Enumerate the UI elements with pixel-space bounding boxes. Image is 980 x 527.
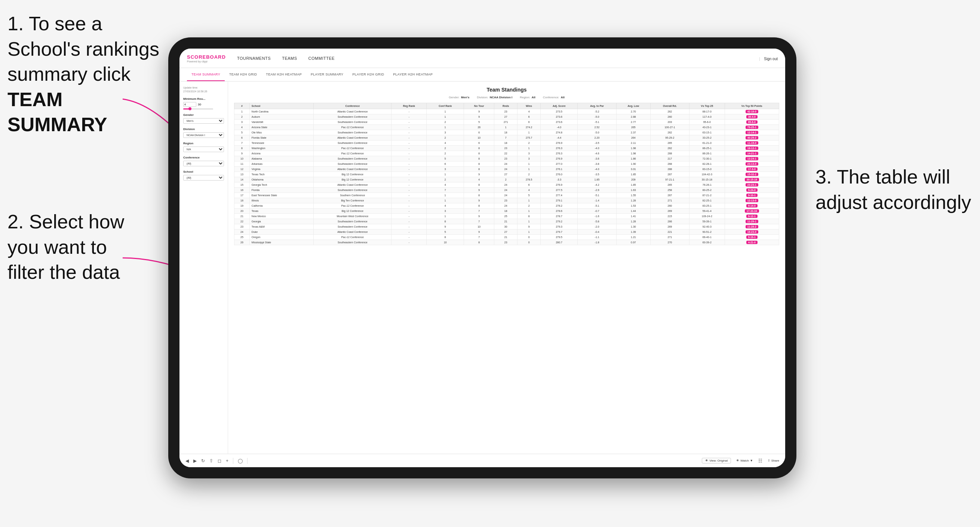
nav-committee[interactable]: COMMITTEE — [309, 55, 335, 62]
cell-rank: 18 — [234, 198, 250, 203]
cell-reg-rank: - — [391, 187, 426, 193]
cell-conference: Atlantic Coast Conference — [314, 135, 391, 141]
cell-wins: 1 — [517, 130, 541, 135]
share-button[interactable]: ⇧ Share — [768, 459, 779, 462]
view-original-button[interactable]: 👁 View: Original — [702, 458, 731, 464]
cell-school[interactable]: Texas — [250, 209, 314, 214]
cell-conf-rank: 8 — [426, 219, 464, 224]
cell-adj-score: 279.2 — [541, 219, 578, 224]
region-select[interactable]: N/A All — [183, 146, 224, 152]
back-icon[interactable]: ◀ — [185, 458, 189, 464]
clock-icon[interactable]: ◯ — [238, 458, 243, 464]
sign-out-area: | Sign out — [759, 55, 778, 62]
sub-nav: TEAM SUMMARY TEAM H2H GRID TEAM H2H HEAT… — [180, 68, 785, 81]
cell-school[interactable]: Ole Miss — [250, 130, 314, 135]
cell-school[interactable]: Mississippi State — [250, 240, 314, 245]
cell-avg-par: -1.6 — [578, 214, 617, 219]
score-badge: 23-13-0 — [746, 162, 758, 165]
cell-conference: Pac-12 Conference — [314, 125, 391, 130]
cell-no-tour: 9 — [464, 187, 494, 193]
cell-wins: 0 — [517, 235, 541, 240]
cell-school[interactable]: Oregon — [250, 235, 314, 240]
cell-no-tour: 8 — [464, 240, 494, 245]
cell-no-tour: 8 — [464, 203, 494, 209]
cell-rank: 20 — [234, 209, 250, 214]
cell-rank: 24 — [234, 230, 250, 235]
division-select[interactable]: NCAA Division I NCAA Division II NCAA Di… — [183, 132, 224, 138]
cell-school[interactable]: Virginia — [250, 167, 314, 172]
sub-nav-team-h2h-heatmap[interactable]: TEAM H2H HEATMAP — [261, 68, 306, 81]
cell-vs-top50: 79-25-1 — [725, 125, 779, 130]
cell-school[interactable]: Arizona — [250, 151, 314, 156]
sign-out-button[interactable]: Sign out — [764, 57, 778, 61]
nav-tournaments[interactable]: TOURNAMENTS — [237, 55, 271, 62]
table-row: 8WashingtonPac-12 Conference-28231276.3-… — [234, 146, 779, 151]
cell-wins: 6 — [517, 183, 541, 187]
cell-school[interactable]: North Carolina — [250, 109, 314, 114]
cell-school[interactable]: East Tennessee State — [250, 193, 314, 198]
school-select[interactable]: (All) — [183, 175, 224, 181]
cell-school[interactable]: Florida — [250, 187, 314, 193]
cell-adj-score: 278.7 — [541, 214, 578, 219]
refresh-icon[interactable]: ↻ — [201, 458, 205, 464]
cell-school[interactable]: Texas A&M — [250, 224, 314, 230]
cell-school[interactable]: Florida State — [250, 135, 314, 141]
sub-nav-player-h2h-heatmap[interactable]: PLAYER H2H HEATMAP — [388, 68, 437, 81]
min-row-label: Minimum Rou... — [183, 97, 224, 100]
cell-school[interactable]: Tennessee — [250, 141, 314, 146]
cell-school[interactable]: Texas Tech — [250, 172, 314, 177]
cell-school[interactable]: Georgia Tech — [250, 183, 314, 187]
cell-rnds: 25 — [494, 214, 517, 219]
cell-school[interactable]: Alabama — [250, 156, 314, 162]
col-rank: # — [234, 103, 250, 109]
cell-school[interactable]: Arkansas — [250, 162, 314, 167]
table-row: 3VanderbiltSoutheastern Conference-25271… — [234, 120, 779, 125]
cell-school[interactable]: Auburn — [250, 114, 314, 120]
toolbar-separator-2 — [247, 458, 248, 464]
sub-nav-team-summary[interactable]: TEAM SUMMARY — [187, 68, 225, 81]
cell-school[interactable]: Illinois — [250, 198, 314, 203]
share-small-icon[interactable]: ⇧ — [209, 458, 213, 464]
cell-school[interactable]: Vanderbilt — [250, 120, 314, 125]
cell-overall: 95-29-2 — [650, 135, 689, 141]
main-content: Update time: 27/03/2024 16:56:26 Minimum… — [180, 81, 785, 454]
nav-teams[interactable]: TEAMS — [282, 55, 297, 62]
cell-school[interactable]: Duke — [250, 230, 314, 235]
cell-rnds: 23 — [494, 156, 517, 162]
conference-select[interactable]: (All) — [183, 161, 224, 166]
filters-sidebar: Update time: 27/03/2024 16:56:26 Minimum… — [180, 81, 228, 454]
update-time: 27/03/2024 16:56:26 — [183, 90, 207, 93]
cell-avg-low: 2.88 — [616, 114, 650, 120]
cell-school[interactable]: New Mexico — [250, 214, 314, 219]
bookmark-icon[interactable]: ◻ — [218, 458, 221, 464]
cell-conference: Southeastern Conference — [314, 141, 391, 146]
cell-school[interactable]: Georgia — [250, 219, 314, 224]
sub-nav-player-h2h-grid[interactable]: PLAYER H2H GRID — [348, 68, 388, 81]
instruction-step2: 2. Select howyou want tofilter the data — [8, 209, 150, 285]
table-gender-value: Men's — [461, 96, 469, 99]
sub-nav-team-h2h-grid[interactable]: TEAM H2H GRID — [225, 68, 261, 81]
cell-school[interactable]: Arizona State — [250, 125, 314, 130]
cell-wins: 278.5 — [517, 177, 541, 183]
cell-avg-par: 2.52 — [578, 125, 617, 130]
cell-rnds: 24 — [494, 183, 517, 187]
cell-school[interactable]: Washington — [250, 146, 314, 151]
min-row-slider[interactable] — [183, 108, 213, 110]
watch-button[interactable]: 👁 Watch ▼ — [736, 459, 752, 462]
cell-avg-par: -3.5 — [578, 172, 617, 177]
forward-icon[interactable]: ▶ — [193, 458, 197, 464]
cell-conference: Southeastern Conference — [314, 219, 391, 224]
cell-adj-score: 276.0 — [541, 172, 578, 177]
toolbar-icon-grid[interactable]: ☷ — [758, 458, 762, 464]
gender-select[interactable]: Men's Women's — [183, 118, 224, 124]
min-row-input[interactable] — [183, 102, 196, 107]
cell-school[interactable]: Oklahoma — [250, 177, 314, 183]
cell-rank: 4 — [234, 125, 250, 130]
sub-nav-player-summary[interactable]: PLAYER SUMMARY — [306, 68, 348, 81]
add-tab-icon[interactable]: + — [226, 458, 229, 464]
cell-school[interactable]: California — [250, 203, 314, 209]
cell-vs-top50: 13-24-1 — [725, 156, 779, 162]
cell-avg-low: 1.98 — [616, 146, 650, 151]
division-filter: Division NCAA Division I NCAA Division I… — [183, 127, 224, 138]
table-row: 11ArkansasSoutheastern Conference-682412… — [234, 162, 779, 167]
